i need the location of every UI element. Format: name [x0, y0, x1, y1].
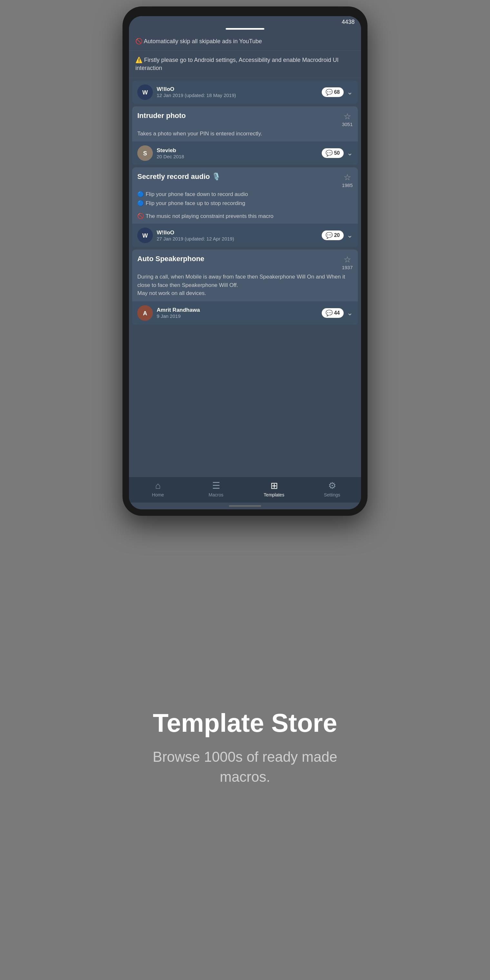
home-icon: ⌂	[155, 480, 161, 491]
star-count-intruder: 3051	[342, 121, 353, 127]
macro-intruder-description: Takes a photo when your PIN is entered i…	[132, 130, 358, 142]
footer-actions-secretly: 💬 20 ⌄	[322, 231, 353, 240]
macro-secretly-footer: W W!lloO 27 Jan 2019 (updated: 12 Apr 20…	[132, 224, 358, 247]
chevron-secretly[interactable]: ⌄	[347, 231, 353, 240]
star-icon-intruder: ☆	[344, 111, 351, 121]
bottom-nav: ⌂ Home ☰ Macros ⊞ Templates ⚙ Settings	[129, 477, 361, 503]
comment-badge-stevieb[interactable]: 💬 50	[322, 148, 344, 158]
macros-icon: ☰	[212, 480, 220, 491]
star-count-secretly: 1985	[342, 183, 353, 188]
avatar-wlloo2: W	[137, 228, 153, 243]
comment-icon-speakerphone: 💬	[326, 309, 332, 317]
phone-frame: 4438 🚫 Automatically skip all skipable a…	[123, 6, 368, 516]
banner-skip-ads: 🚫 Automatically skip all skipable ads in…	[129, 32, 361, 51]
comment-count-wlloo: 68	[334, 89, 340, 95]
comment-badge-secretly[interactable]: 💬 20	[322, 231, 344, 240]
progress-bar-container	[129, 27, 361, 32]
nav-item-templates[interactable]: ⊞ Templates	[245, 480, 303, 497]
avatar-wlloo: W	[137, 84, 153, 100]
footer-actions-speakerphone: 💬 44 ⌄	[322, 308, 353, 318]
settings-label: Settings	[324, 492, 340, 497]
status-bar: 4438	[129, 16, 361, 27]
macro-card-intruder-photo[interactable]: Intruder photo ☆ 3051 Takes a photo when…	[132, 107, 358, 165]
macro-intruder-title: Intruder photo	[137, 111, 339, 120]
author-name-stevieb: Stevieb	[157, 147, 322, 154]
macro-speakerphone-footer: A Amrit Randhawa 9 Jan 2019 💬 44 ⌄	[132, 301, 358, 325]
comment-count-secretly: 20	[334, 232, 340, 238]
store-subtitle: Browse 1000s of ready made macros.	[132, 747, 358, 787]
star-icon-speakerphone: ☆	[344, 255, 351, 265]
star-icon-secretly: ☆	[344, 172, 351, 183]
author-date-wlloo: 12 Jan 2019 (updated: 18 May 2019)	[157, 92, 322, 98]
macro-speakerphone-star[interactable]: ☆ 1937	[342, 255, 353, 270]
star-count-speakerphone: 1937	[342, 265, 353, 270]
author-date-wlloo2: 27 Jan 2019 (updated: 12 Apr 2019)	[157, 236, 322, 242]
avatar-amrit: A	[137, 305, 153, 321]
scroll-content[interactable]: 🚫 Automatically skip all skipable ads in…	[129, 32, 361, 477]
macro-intruder-star[interactable]: ☆ 3051	[342, 111, 353, 127]
comment-count-speakerphone: 44	[334, 310, 340, 316]
chevron-stevieb[interactable]: ⌄	[347, 149, 353, 158]
macro-secretly-title: Secretly record audio 🎙️	[137, 172, 339, 181]
macro-card-secretly-record[interactable]: Secretly record audio 🎙️ ☆ 1985 🔵 Flip y…	[132, 167, 358, 247]
comment-icon-secretly: 💬	[326, 232, 332, 239]
comment-icon-wlloo: 💬	[326, 89, 332, 96]
comment-count-stevieb: 50	[334, 150, 340, 156]
banner-accessibility-text: ⚠️ Firstly please go to Android settings…	[135, 57, 339, 71]
macro-secretly-header: Secretly record audio 🎙️ ☆ 1985	[132, 167, 358, 191]
banner-accessibility: ⚠️ Firstly please go to Android settings…	[129, 51, 361, 78]
svg-text:A: A	[143, 310, 147, 317]
status-time: 4438	[342, 19, 355, 25]
nav-item-macros[interactable]: ☰ Macros	[187, 480, 245, 497]
macro-secretly-steps: 🔵 Flip your phone face down to record au…	[132, 191, 358, 212]
macro-speakerphone-title: Auto Speakerphone	[137, 255, 339, 263]
footer-actions-stevieb: 💬 50 ⌄	[322, 148, 353, 158]
gesture-bar	[129, 503, 361, 509]
author-name-wlloo2: W!lloO	[157, 229, 322, 236]
avatar-stevieb: S	[137, 145, 153, 161]
macro-speakerphone-description: During a call, when Mobile is away from …	[132, 273, 358, 301]
macro-wlloo-footer: W W!lloO 12 Jan 2019 (updated: 18 May 20…	[132, 81, 358, 104]
macro-card-speakerphone[interactable]: Auto Speakerphone ☆ 1937 During a call, …	[132, 250, 358, 325]
macro-secretly-warning: 🚫 The music not playing constraint preve…	[132, 212, 358, 224]
author-info-amrit: Amrit Randhawa 9 Jan 2019	[157, 307, 322, 319]
author-info-stevieb: Stevieb 20 Dec 2018	[157, 147, 322, 159]
macro-intruder-header: Intruder photo ☆ 3051	[132, 107, 358, 130]
author-date-amrit: 9 Jan 2019	[157, 313, 322, 319]
macro-step-1: 🔵 Flip your phone face down to record au…	[137, 191, 353, 198]
macros-label: Macros	[208, 492, 223, 497]
phone-screen: 4438 🚫 Automatically skip all skipable a…	[129, 16, 361, 509]
banner-skip-ads-text: 🚫 Automatically skip all skipable ads in…	[135, 38, 262, 45]
svg-text:W: W	[143, 89, 148, 96]
comment-icon-stevieb: 💬	[326, 150, 332, 157]
templates-label: Templates	[264, 492, 284, 497]
macro-secretly-star[interactable]: ☆ 1985	[342, 172, 353, 188]
author-name-wlloo: W!lloO	[157, 86, 322, 92]
svg-text:W: W	[143, 233, 148, 239]
store-title: Template Store	[153, 709, 337, 737]
comment-badge-wlloo[interactable]: 💬 68	[322, 88, 344, 97]
author-date-stevieb: 20 Dec 2018	[157, 154, 322, 159]
chevron-wlloo[interactable]: ⌄	[347, 88, 353, 96]
macro-speakerphone-header: Auto Speakerphone ☆ 1937	[132, 250, 358, 273]
author-info-wlloo2: W!lloO 27 Jan 2019 (updated: 12 Apr 2019…	[157, 229, 322, 242]
author-info-wlloo: W!lloO 12 Jan 2019 (updated: 18 May 2019…	[157, 86, 322, 98]
macro-intruder-footer: S Stevieb 20 Dec 2018 💬 50 ⌄	[132, 142, 358, 165]
chevron-speakerphone[interactable]: ⌄	[347, 309, 353, 317]
footer-actions-wlloo: 💬 68 ⌄	[322, 88, 353, 97]
settings-icon: ⚙	[328, 480, 336, 491]
macro-step-2: 🔵 Flip your phone face up to stop record…	[137, 200, 353, 207]
author-name-amrit: Amrit Randhawa	[157, 307, 322, 313]
svg-text:S: S	[143, 150, 147, 157]
nav-item-home[interactable]: ⌂ Home	[129, 480, 187, 497]
templates-icon: ⊞	[270, 480, 278, 491]
macro-card-wlloo[interactable]: W W!lloO 12 Jan 2019 (updated: 18 May 20…	[132, 81, 358, 104]
progress-bar	[226, 28, 264, 30]
home-label: Home	[152, 492, 164, 497]
bottom-section: Template Store Browse 1000s of ready mad…	[100, 516, 390, 980]
comment-badge-speakerphone[interactable]: 💬 44	[322, 308, 344, 318]
gesture-line	[229, 505, 261, 507]
nav-item-settings[interactable]: ⚙ Settings	[303, 480, 361, 497]
